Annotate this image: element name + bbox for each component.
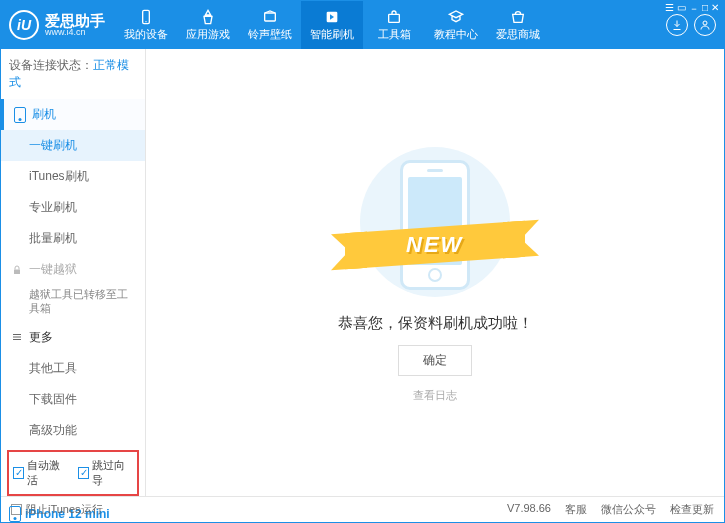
user-button[interactable] — [694, 14, 716, 36]
checkbox-block-itunes[interactable]: 阻止iTunes运行 — [11, 502, 103, 517]
sidebar-header-more[interactable]: 更多 — [1, 322, 145, 353]
ok-button[interactable]: 确定 — [398, 345, 472, 376]
svg-rect-6 — [14, 269, 20, 274]
brand-site: www.i4.cn — [45, 28, 105, 37]
sidebar-item-advanced[interactable]: 高级功能 — [1, 415, 145, 446]
sidebar: 设备连接状态：正常模式 刷机 一键刷机 iTunes刷机 专业刷机 批量刷机 一… — [1, 49, 146, 496]
minimize-icon[interactable]: － — [689, 2, 699, 16]
window-controls: ☰ ▭ － □ ✕ — [666, 14, 724, 36]
nav-toolbox[interactable]: 工具箱 — [363, 1, 425, 49]
logo-icon: iU — [9, 10, 39, 40]
nav-tutorials[interactable]: 教程中心 — [425, 1, 487, 49]
success-message: 恭喜您，保资料刷机成功啦！ — [338, 314, 533, 333]
nav-apps-games[interactable]: 应用游戏 — [177, 1, 239, 49]
version-label: V7.98.66 — [507, 502, 551, 517]
sidebar-header-flash[interactable]: 刷机 — [1, 99, 145, 130]
connection-status: 设备连接状态：正常模式 — [1, 49, 145, 99]
nav-my-device[interactable]: 我的设备 — [115, 1, 177, 49]
svg-point-1 — [145, 21, 146, 22]
main-content: NEW 恭喜您，保资料刷机成功啦！ 确定 查看日志 — [146, 49, 724, 496]
footer: 阻止iTunes运行 V7.98.66 客服 微信公众号 检查更新 — [1, 496, 724, 522]
main-nav: 我的设备 应用游戏 铃声壁纸 智能刷机 工具箱 教程中心 爱思商城 — [115, 1, 666, 49]
sidebar-item-itunes-flash[interactable]: iTunes刷机 — [1, 161, 145, 192]
sidebar-item-batch-flash[interactable]: 批量刷机 — [1, 223, 145, 254]
ribbon-text: NEW — [406, 232, 463, 258]
nav-ringtones[interactable]: 铃声壁纸 — [239, 1, 301, 49]
footer-link-support[interactable]: 客服 — [565, 502, 587, 517]
lock-icon[interactable]: ▭ — [677, 2, 686, 16]
checkbox-row: ✓自动激活 ✓跳过向导 — [7, 450, 139, 496]
download-button[interactable] — [666, 14, 688, 36]
nav-smart-flash[interactable]: 智能刷机 — [301, 1, 363, 49]
close-icon[interactable]: ✕ — [711, 2, 719, 16]
maximize-icon[interactable]: □ — [702, 2, 708, 16]
brand-name: 爱思助手 — [45, 13, 105, 28]
sidebar-item-download-firmware[interactable]: 下载固件 — [1, 384, 145, 415]
success-illustration: NEW — [345, 142, 525, 302]
checkbox-skip-guide[interactable]: ✓跳过向导 — [78, 458, 133, 488]
sidebar-item-other-tools[interactable]: 其他工具 — [1, 353, 145, 384]
sidebar-item-oneclick-flash[interactable]: 一键刷机 — [1, 130, 145, 161]
sidebar-header-jailbreak: 一键越狱 — [1, 254, 145, 285]
menu-icon[interactable]: ☰ — [665, 2, 674, 16]
checkbox-auto-activate[interactable]: ✓自动激活 — [13, 458, 68, 488]
menu-icon — [11, 331, 23, 343]
lock-icon — [11, 264, 23, 276]
sidebar-item-pro-flash[interactable]: 专业刷机 — [1, 192, 145, 223]
footer-link-wechat[interactable]: 微信公众号 — [601, 502, 656, 517]
nav-store[interactable]: 爱思商城 — [487, 1, 549, 49]
svg-rect-4 — [389, 14, 400, 22]
footer-link-update[interactable]: 检查更新 — [670, 502, 714, 517]
svg-point-5 — [703, 21, 707, 25]
svg-rect-2 — [265, 13, 276, 21]
titlebar: iU 爱思助手 www.i4.cn 我的设备 应用游戏 铃声壁纸 智能刷机 工具… — [1, 1, 724, 49]
app-logo: iU 爱思助手 www.i4.cn — [1, 10, 115, 40]
view-log-link[interactable]: 查看日志 — [413, 388, 457, 403]
jailbreak-note: 越狱工具已转移至工具箱 — [29, 287, 135, 316]
phone-icon — [9, 506, 21, 522]
phone-icon — [14, 107, 26, 123]
